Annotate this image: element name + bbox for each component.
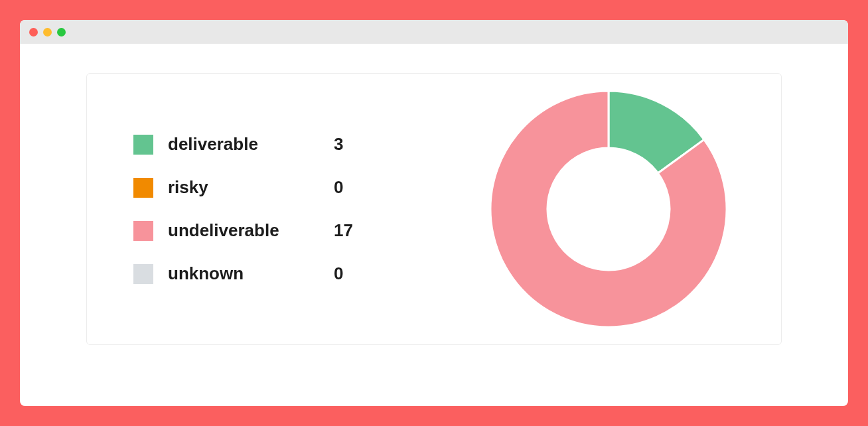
results-card: deliverable 3 risky 0 undeliverable 17 u…	[86, 73, 782, 345]
window-titlebar	[20, 20, 848, 44]
swatch-unknown	[133, 264, 153, 284]
legend-value: 17	[334, 220, 353, 241]
browser-window: deliverable 3 risky 0 undeliverable 17 u…	[20, 20, 848, 406]
legend-row-undeliverable: undeliverable 17	[133, 220, 353, 241]
legend-value: 3	[334, 134, 343, 155]
legend-row-risky: risky 0	[133, 177, 353, 198]
swatch-undeliverable	[133, 221, 153, 241]
legend-value: 0	[334, 263, 343, 284]
window-maximize-icon[interactable]	[57, 28, 66, 36]
window-content: deliverable 3 risky 0 undeliverable 17 u…	[20, 44, 848, 406]
legend-label: unknown	[168, 263, 334, 284]
window-close-icon[interactable]	[29, 28, 38, 36]
donut-chart	[489, 90, 728, 328]
legend-label: undeliverable	[168, 220, 334, 241]
legend-row-unknown: unknown 0	[133, 263, 353, 284]
swatch-risky	[133, 178, 153, 198]
legend-label: risky	[168, 177, 334, 198]
swatch-deliverable	[133, 135, 153, 155]
legend-label: deliverable	[168, 134, 334, 155]
legend: deliverable 3 risky 0 undeliverable 17 u…	[133, 134, 353, 284]
window-minimize-icon[interactable]	[43, 28, 52, 36]
legend-value: 0	[334, 177, 343, 198]
legend-row-deliverable: deliverable 3	[133, 134, 353, 155]
